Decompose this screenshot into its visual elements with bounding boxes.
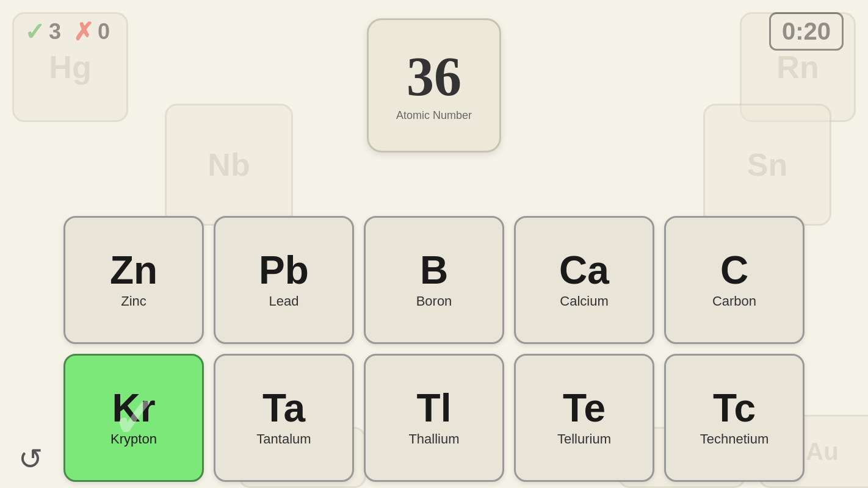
element-symbol-ta: Ta [262, 389, 305, 428]
ghost-symbol-sn: Sn [747, 146, 787, 183]
element-name-ta: Tantalum [256, 431, 311, 447]
element-symbol-pb: Pb [259, 251, 309, 290]
atomic-number: 36 [407, 49, 461, 104]
ghost-symbol-nb: Nb [208, 146, 250, 183]
element-card-zn[interactable]: Zn Zinc [63, 216, 204, 344]
atomic-number-label: Atomic Number [396, 109, 472, 122]
element-symbol-kr: Kr [112, 389, 155, 428]
element-name-tl: Thallium [408, 431, 459, 447]
element-symbol-te: Te [563, 389, 606, 428]
ghost-symbol-rn: Rn [776, 49, 819, 85]
element-symbol-b: B [420, 251, 448, 290]
undo-button[interactable]: ↺ [18, 442, 43, 476]
element-name-pb: Lead [269, 293, 299, 309]
element-card-ta[interactable]: Ta Tantalum [214, 354, 354, 482]
element-card-kr[interactable]: ✓ Kr Krypton [63, 354, 204, 482]
answer-grid: Zn Zinc Pb Lead B Boron Ca Calcium C Car… [63, 216, 805, 482]
element-symbol-c: C [720, 251, 748, 290]
element-card-tl[interactable]: Tl Thallium [364, 354, 504, 482]
element-card-tc[interactable]: Tc Technetium [664, 354, 805, 482]
element-card-c[interactable]: C Carbon [664, 216, 805, 344]
ghost-card-nb: Nb [165, 104, 293, 226]
element-card-te[interactable]: Te Tellurium [514, 354, 654, 482]
element-card-pb[interactable]: Pb Lead [214, 216, 354, 344]
ghost-card-sn: Sn [703, 104, 831, 226]
element-symbol-zn: Zn [110, 251, 157, 290]
element-name-zn: Zinc [121, 293, 146, 309]
element-name-te: Tellurium [557, 431, 611, 447]
ghost-card-hg: Hg [12, 12, 128, 122]
element-name-ca: Calcium [560, 293, 608, 309]
ghost-symbol-au: Au [806, 438, 838, 465]
question-card: 36 Atomic Number [367, 18, 501, 152]
element-name-kr: Krypton [110, 431, 157, 447]
ghost-symbol-hg: Hg [49, 49, 91, 85]
element-symbol-tl: Tl [417, 389, 452, 428]
element-symbol-tc: Tc [713, 389, 756, 428]
element-name-c: Carbon [712, 293, 756, 309]
element-name-b: Boron [416, 293, 452, 309]
element-name-tc: Technetium [700, 431, 769, 447]
element-card-b[interactable]: B Boron [364, 216, 504, 344]
element-card-ca[interactable]: Ca Calcium [514, 216, 654, 344]
element-symbol-ca: Ca [559, 251, 609, 290]
